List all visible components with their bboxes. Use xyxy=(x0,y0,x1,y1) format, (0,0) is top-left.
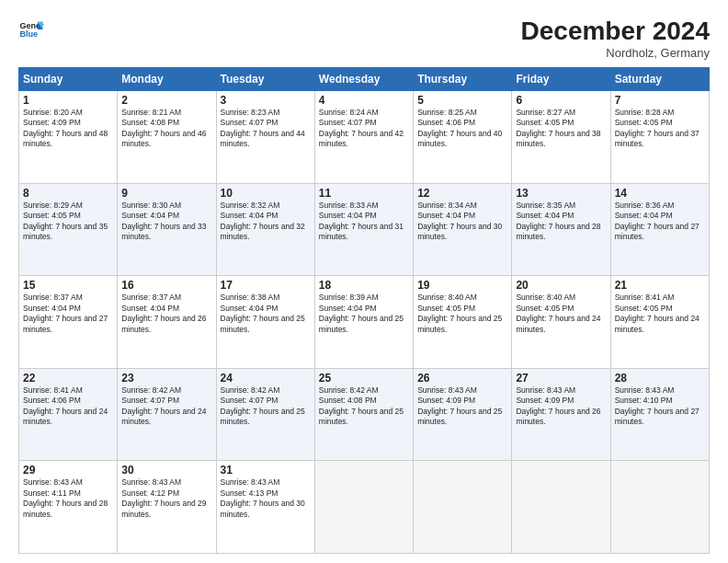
day-number: 20 xyxy=(516,279,606,292)
calendar-cell: 13Sunrise: 8:35 AMSunset: 4:04 PMDayligh… xyxy=(512,183,610,276)
calendar-cell: 20Sunrise: 8:40 AMSunset: 4:05 PMDayligh… xyxy=(512,276,610,369)
cell-content: Sunrise: 8:43 AMSunset: 4:09 PMDaylight:… xyxy=(417,385,507,428)
day-number: 24 xyxy=(221,372,311,385)
calendar-cell xyxy=(414,461,512,554)
logo-icon: General Blue xyxy=(18,17,44,42)
cell-content: Sunrise: 8:28 AMSunset: 4:05 PMDaylight:… xyxy=(615,108,705,150)
calendar-cell: 10Sunrise: 8:32 AMSunset: 4:04 PMDayligh… xyxy=(216,183,314,276)
day-number: 7 xyxy=(615,94,705,107)
calendar-cell: 15Sunrise: 8:37 AMSunset: 4:04 PMDayligh… xyxy=(19,276,118,369)
day-header-monday: Monday xyxy=(118,68,216,91)
page: General Blue December 2024 Nordholz, Ger… xyxy=(0,0,728,563)
cell-content: Sunrise: 8:23 AMSunset: 4:07 PMDaylight:… xyxy=(221,108,311,150)
logo: General Blue xyxy=(18,17,44,42)
calendar-cell: 18Sunrise: 8:39 AMSunset: 4:04 PMDayligh… xyxy=(314,276,413,369)
cell-content: Sunrise: 8:43 AMSunset: 4:13 PMDaylight:… xyxy=(221,477,311,520)
cell-content: Sunrise: 8:40 AMSunset: 4:05 PMDaylight:… xyxy=(516,293,606,335)
calendar-cell: 4Sunrise: 8:24 AMSunset: 4:07 PMDaylight… xyxy=(314,91,413,184)
day-number: 6 xyxy=(516,94,606,107)
day-header-thursday: Thursday xyxy=(414,68,512,91)
svg-text:Blue: Blue xyxy=(19,29,38,39)
calendar-cell: 11Sunrise: 8:33 AMSunset: 4:04 PMDayligh… xyxy=(314,183,413,276)
cell-content: Sunrise: 8:43 AMSunset: 4:10 PMDaylight:… xyxy=(615,385,705,428)
calendar-cell: 16Sunrise: 8:37 AMSunset: 4:04 PMDayligh… xyxy=(118,276,216,369)
day-number: 26 xyxy=(417,372,507,385)
calendar-cell: 14Sunrise: 8:36 AMSunset: 4:04 PMDayligh… xyxy=(610,183,709,276)
calendar-week-row: 22Sunrise: 8:41 AMSunset: 4:06 PMDayligh… xyxy=(19,368,710,461)
day-number: 4 xyxy=(319,94,409,107)
calendar-cell: 28Sunrise: 8:43 AMSunset: 4:10 PMDayligh… xyxy=(610,368,709,461)
cell-content: Sunrise: 8:27 AMSunset: 4:05 PMDaylight:… xyxy=(516,108,606,150)
cell-content: Sunrise: 8:41 AMSunset: 4:06 PMDaylight:… xyxy=(23,385,113,428)
calendar-cell: 29Sunrise: 8:43 AMSunset: 4:11 PMDayligh… xyxy=(19,461,118,554)
cell-content: Sunrise: 8:42 AMSunset: 4:07 PMDaylight:… xyxy=(121,385,211,428)
day-number: 28 xyxy=(615,372,705,385)
day-number: 11 xyxy=(319,187,409,200)
calendar-table: SundayMondayTuesdayWednesdayThursdayFrid… xyxy=(18,67,710,554)
day-number: 15 xyxy=(23,279,113,292)
day-number: 16 xyxy=(121,279,211,292)
day-number: 27 xyxy=(516,372,606,385)
day-number: 3 xyxy=(221,94,311,107)
day-number: 1 xyxy=(23,94,113,107)
cell-content: Sunrise: 8:21 AMSunset: 4:08 PMDaylight:… xyxy=(121,108,211,150)
day-number: 13 xyxy=(516,187,606,200)
day-header-saturday: Saturday xyxy=(610,68,709,91)
cell-content: Sunrise: 8:35 AMSunset: 4:04 PMDaylight:… xyxy=(516,201,606,243)
calendar-cell: 27Sunrise: 8:43 AMSunset: 4:09 PMDayligh… xyxy=(512,368,610,461)
cell-content: Sunrise: 8:37 AMSunset: 4:04 PMDaylight:… xyxy=(121,293,211,335)
cell-content: Sunrise: 8:41 AMSunset: 4:05 PMDaylight:… xyxy=(615,293,705,335)
calendar-cell: 5Sunrise: 8:25 AMSunset: 4:06 PMDaylight… xyxy=(414,91,512,184)
cell-content: Sunrise: 8:29 AMSunset: 4:05 PMDaylight:… xyxy=(23,201,113,243)
day-number: 30 xyxy=(121,464,211,477)
calendar-week-row: 29Sunrise: 8:43 AMSunset: 4:11 PMDayligh… xyxy=(19,461,710,554)
cell-content: Sunrise: 8:39 AMSunset: 4:04 PMDaylight:… xyxy=(319,293,409,335)
day-number: 31 xyxy=(221,464,311,477)
calendar-cell: 8Sunrise: 8:29 AMSunset: 4:05 PMDaylight… xyxy=(19,183,118,276)
day-number: 18 xyxy=(319,279,409,292)
day-number: 10 xyxy=(221,187,311,200)
day-number: 2 xyxy=(121,94,211,107)
calendar-cell: 30Sunrise: 8:43 AMSunset: 4:12 PMDayligh… xyxy=(118,461,216,554)
calendar-cell: 12Sunrise: 8:34 AMSunset: 4:04 PMDayligh… xyxy=(414,183,512,276)
cell-content: Sunrise: 8:25 AMSunset: 4:06 PMDaylight:… xyxy=(417,108,507,150)
day-header-friday: Friday xyxy=(512,68,610,91)
day-header-tuesday: Tuesday xyxy=(216,68,314,91)
day-number: 5 xyxy=(417,94,507,107)
calendar-cell: 17Sunrise: 8:38 AMSunset: 4:04 PMDayligh… xyxy=(216,276,314,369)
location: Nordholz, Germany xyxy=(521,46,710,60)
day-number: 19 xyxy=(417,279,507,292)
day-number: 21 xyxy=(615,279,705,292)
calendar-cell: 21Sunrise: 8:41 AMSunset: 4:05 PMDayligh… xyxy=(610,276,709,369)
header: General Blue December 2024 Nordholz, Ger… xyxy=(18,17,710,60)
day-number: 29 xyxy=(23,464,113,477)
calendar-body: 1Sunrise: 8:20 AMSunset: 4:09 PMDaylight… xyxy=(19,91,710,554)
day-number: 12 xyxy=(417,187,507,200)
calendar-cell: 19Sunrise: 8:40 AMSunset: 4:05 PMDayligh… xyxy=(414,276,512,369)
cell-content: Sunrise: 8:42 AMSunset: 4:08 PMDaylight:… xyxy=(319,385,409,428)
day-header-wednesday: Wednesday xyxy=(314,68,413,91)
calendar-cell: 6Sunrise: 8:27 AMSunset: 4:05 PMDaylight… xyxy=(512,91,610,184)
day-number: 14 xyxy=(615,187,705,200)
day-number: 25 xyxy=(319,372,409,385)
cell-content: Sunrise: 8:30 AMSunset: 4:04 PMDaylight:… xyxy=(121,201,211,243)
calendar-cell: 31Sunrise: 8:43 AMSunset: 4:13 PMDayligh… xyxy=(216,461,314,554)
cell-content: Sunrise: 8:37 AMSunset: 4:04 PMDaylight:… xyxy=(23,293,113,335)
calendar-week-row: 15Sunrise: 8:37 AMSunset: 4:04 PMDayligh… xyxy=(19,276,710,369)
calendar-cell: 1Sunrise: 8:20 AMSunset: 4:09 PMDaylight… xyxy=(19,91,118,184)
cell-content: Sunrise: 8:20 AMSunset: 4:09 PMDaylight:… xyxy=(23,108,113,150)
calendar-cell xyxy=(610,461,709,554)
cell-content: Sunrise: 8:24 AMSunset: 4:07 PMDaylight:… xyxy=(319,108,409,150)
cell-content: Sunrise: 8:33 AMSunset: 4:04 PMDaylight:… xyxy=(319,201,409,243)
cell-content: Sunrise: 8:38 AMSunset: 4:04 PMDaylight:… xyxy=(221,293,311,335)
day-number: 22 xyxy=(23,372,113,385)
cell-content: Sunrise: 8:36 AMSunset: 4:04 PMDaylight:… xyxy=(615,201,705,243)
calendar-cell: 9Sunrise: 8:30 AMSunset: 4:04 PMDaylight… xyxy=(118,183,216,276)
calendar-cell xyxy=(314,461,413,554)
title-block: December 2024 Nordholz, Germany xyxy=(521,17,710,60)
calendar-cell: 24Sunrise: 8:42 AMSunset: 4:07 PMDayligh… xyxy=(216,368,314,461)
day-number: 8 xyxy=(23,187,113,200)
cell-content: Sunrise: 8:43 AMSunset: 4:11 PMDaylight:… xyxy=(23,477,113,520)
calendar-cell: 23Sunrise: 8:42 AMSunset: 4:07 PMDayligh… xyxy=(118,368,216,461)
day-number: 9 xyxy=(121,187,211,200)
